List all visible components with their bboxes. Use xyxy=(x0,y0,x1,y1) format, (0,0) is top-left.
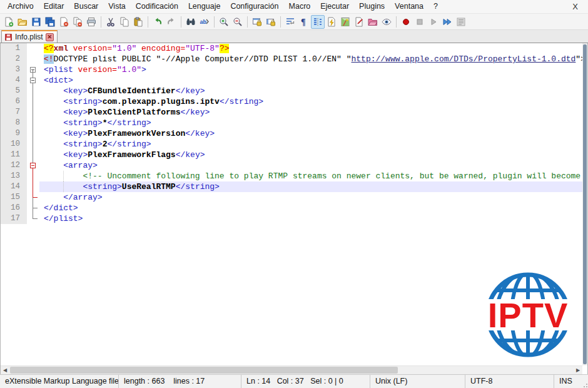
code-text[interactable]: <key>PlexFrameworkFlags</key> xyxy=(39,150,582,160)
new-file-icon xyxy=(4,17,14,27)
document-map-button[interactable] xyxy=(338,15,352,29)
code-line: 8 <string>*</string> xyxy=(1,118,582,128)
code-text[interactable]: </array> xyxy=(39,192,582,203)
code-text[interactable]: <plist version="1.0"> xyxy=(39,64,582,75)
menu-item-macro[interactable]: Macro xyxy=(284,0,316,13)
line-number: 4 xyxy=(1,75,27,86)
status-bar: eXtensible Markup Language file length :… xyxy=(0,374,588,388)
fold-toggle[interactable] xyxy=(27,64,39,75)
show-all-characters-button[interactable]: ¶ xyxy=(297,15,311,29)
code-text[interactable]: </plist> xyxy=(39,213,582,224)
code-text[interactable]: <key>PlexFrameworkVersion</key> xyxy=(39,128,582,139)
code-text[interactable]: <dict> xyxy=(39,75,582,86)
redo-icon xyxy=(166,17,176,27)
code-text[interactable]: </dict> xyxy=(39,203,582,213)
fold-margin xyxy=(27,213,39,224)
sync-vertical-scrolling-button[interactable] xyxy=(250,15,264,29)
fold-toggle[interactable] xyxy=(27,75,39,86)
line-number: 1 xyxy=(1,43,27,54)
scroll-right-arrow-icon[interactable]: ▶ xyxy=(574,366,582,374)
code-text[interactable]: <string>2</string> xyxy=(39,139,582,150)
line-number: 17 xyxy=(1,213,27,224)
menu-item-plugins[interactable]: Plugins xyxy=(354,0,390,13)
menu-item-editar[interactable]: Editar xyxy=(39,0,69,13)
print-button[interactable] xyxy=(84,15,98,29)
code-text[interactable]: <string>UseRealRTMP</string> xyxy=(39,181,582,192)
folder-as-workspace-button[interactable] xyxy=(366,15,380,29)
playback-macro-icon xyxy=(428,17,438,27)
scroll-left-arrow-icon[interactable]: ◀ xyxy=(1,366,9,374)
replace-button[interactable]: ab xyxy=(198,15,211,29)
window-close-button[interactable]: X xyxy=(569,2,582,11)
menu-item-configuracin[interactable]: Configuración xyxy=(225,0,283,13)
status-doc-type: eXtensible Markup Language file xyxy=(0,375,119,388)
menu-item-lenguaje[interactable]: Lenguaje xyxy=(183,0,225,13)
function-list-button[interactable] xyxy=(325,15,338,29)
show-indent-guide-icon xyxy=(313,17,323,27)
close-file-button[interactable] xyxy=(57,15,71,29)
code-text[interactable]: <!-- Uncomment following line to play RT… xyxy=(39,171,582,181)
code-line: 17</plist> xyxy=(1,213,582,224)
save-file-button[interactable] xyxy=(29,15,43,29)
paste-button[interactable] xyxy=(131,15,145,29)
code-text[interactable]: <!DOCTYPE plist PUBLIC "-//Apple Compute… xyxy=(39,54,582,64)
fold-toggle[interactable] xyxy=(27,160,39,171)
code-text[interactable]: <string>*</string> xyxy=(39,118,582,128)
fold-margin xyxy=(27,139,39,150)
vertical-scrollbar[interactable] xyxy=(582,43,587,365)
menu-item-ventana[interactable]: Ventana xyxy=(390,0,428,13)
start-recording-icon xyxy=(401,17,411,27)
modified-file-icon xyxy=(4,33,13,41)
line-number: 2 xyxy=(1,54,27,64)
horizontal-scrollbar-thumb[interactable] xyxy=(10,367,398,374)
menu-item-buscar[interactable]: Buscar xyxy=(69,0,103,13)
open-file-icon xyxy=(18,17,28,27)
indent-guide-line xyxy=(63,181,64,192)
fold-margin xyxy=(27,86,39,96)
code-line: 4<dict> xyxy=(1,75,582,86)
status-encoding: UTF-8 xyxy=(465,375,554,388)
playback-macro-button[interactable] xyxy=(427,15,440,29)
zoom-out-button[interactable] xyxy=(231,15,245,29)
close-all-button[interactable] xyxy=(71,15,84,29)
save-recorded-macro-button[interactable] xyxy=(454,15,468,29)
stop-recording-button[interactable] xyxy=(413,15,427,29)
start-recording-button[interactable] xyxy=(399,15,413,29)
find-button[interactable] xyxy=(184,15,198,29)
toolbar-separator xyxy=(247,16,248,28)
menu-item-ejecutar[interactable]: Ejecutar xyxy=(315,0,354,13)
cut-button[interactable] xyxy=(104,15,118,29)
sync-horizontal-scrolling-button[interactable] xyxy=(264,15,278,29)
horizontal-scrollbar[interactable]: ◀ ▶ xyxy=(1,365,582,374)
code-text[interactable]: <?xml version="1.0" encoding="UTF-8"?> xyxy=(39,43,582,54)
tab-close-icon[interactable]: ✕ xyxy=(46,33,54,41)
show-indent-guide-button[interactable] xyxy=(311,15,325,29)
word-wrap-button[interactable] xyxy=(283,15,297,29)
menu-item-[interactable]: ? xyxy=(428,0,443,13)
copy-button[interactable] xyxy=(118,15,131,29)
resize-grip[interactable] xyxy=(580,380,588,388)
redo-button[interactable] xyxy=(165,15,178,29)
code-text[interactable]: <array> xyxy=(39,160,582,171)
menu-bar: X ArchivoEditarBuscarVistaCodificaciónLe… xyxy=(0,0,588,13)
code-text[interactable]: <string>com.plexapp.plugins.iptv</string… xyxy=(39,96,582,107)
menu-item-archivo[interactable]: Archivo xyxy=(3,0,39,13)
new-file-button[interactable] xyxy=(2,15,16,29)
show-all-characters-icon: ¶ xyxy=(299,17,309,27)
menu-item-codificacin[interactable]: Codificación xyxy=(131,0,183,13)
code-text[interactable]: <key>PlexClientPlatforms</key> xyxy=(39,107,582,118)
save-all-button[interactable] xyxy=(43,15,57,29)
menu-item-vista[interactable]: Vista xyxy=(103,0,131,13)
monitoring-button[interactable] xyxy=(380,15,393,29)
line-number: 7 xyxy=(1,107,27,118)
run-macro-multiple-button[interactable] xyxy=(440,15,454,29)
save-all-icon xyxy=(45,17,55,27)
zoom-in-button[interactable] xyxy=(217,15,231,29)
vertical-scrollbar-thumb[interactable] xyxy=(583,44,587,364)
open-file-button[interactable] xyxy=(16,15,29,29)
toolbar-separator xyxy=(396,16,397,28)
user-defined-language-button[interactable] xyxy=(352,15,366,29)
code-text[interactable]: <key>CFBundleIdentifier</key> xyxy=(39,86,582,96)
tab-infoplist[interactable]: Info.plist✕ xyxy=(1,30,58,43)
undo-button[interactable] xyxy=(151,15,165,29)
